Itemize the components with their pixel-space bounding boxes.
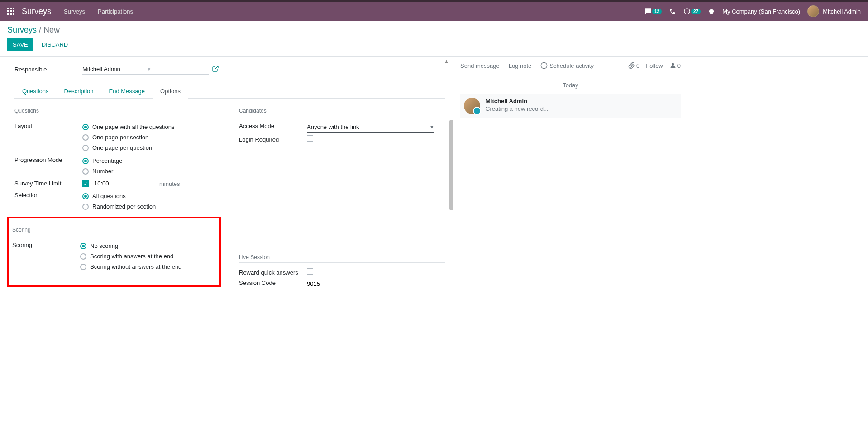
user-menu[interactable]: Mitchell Admin [807,5,861,17]
tab-end-message[interactable]: End Message [101,84,153,99]
time-limit-input[interactable] [92,179,156,188]
paperclip-icon [628,62,635,69]
radio-icon [80,243,86,249]
apps-icon[interactable] [7,8,14,15]
progression-label: Progression Mode [14,156,82,176]
questions-heading: Questions [14,108,221,116]
radio-icon [80,264,86,270]
responsible-row: Responsible Mitchell Admin ▾ [14,64,445,75]
chatter-scrollbar[interactable] [449,120,453,210]
reward-checkbox[interactable] [307,268,313,275]
layout-all[interactable]: One page with all the questions [82,122,221,132]
activities-icon[interactable]: 27 [683,8,701,15]
layout-label: Layout [14,122,82,153]
main-wrapper: ▲ Responsible Mitchell Admin ▾ Questions… [0,57,868,417]
time-limit-checkbox[interactable]: ✓ [82,180,89,187]
reward-value [307,268,445,276]
breadcrumb-current: New [43,25,60,34]
follow-button[interactable]: Follow [646,62,663,69]
log-note-button[interactable]: Log note [509,62,532,69]
app-brand[interactable]: Surveys [22,7,51,16]
send-message-button[interactable]: Send message [460,62,500,69]
options-left-col: Questions Layout One page with all the q… [14,108,221,292]
external-link-icon[interactable] [212,65,219,74]
access-row: Access Mode Anyone with the link ▾ [239,122,445,133]
tab-questions[interactable]: Questions [14,84,57,99]
discard-button[interactable]: DISCARD [37,38,73,51]
layout-row: Layout One page with all the questions O… [14,122,221,153]
access-label: Access Mode [239,122,307,133]
selection-label: Selection [14,191,82,212]
radio-icon [82,145,89,151]
radio-icon [82,134,89,141]
scroll-up-icon[interactable]: ▲ [444,58,449,64]
phone-icon[interactable] [669,8,676,15]
nav-participations[interactable]: Participations [98,8,133,15]
login-value [307,135,445,143]
selection-all[interactable]: All questions [82,191,221,201]
time-limit-value: ✓ minutes [82,179,221,188]
radio-icon [82,124,89,130]
radio-icon [82,168,89,175]
progression-row: Progression Mode Percentage Number [14,156,221,176]
session-label: Session Code [239,279,307,289]
session-row: Session Code [239,279,445,289]
scoring-without[interactable]: Scoring without answers at the end [80,261,216,272]
responsible-input[interactable]: Mitchell Admin ▾ [82,64,209,75]
login-checkbox[interactable] [307,135,313,142]
radio-icon [82,158,89,164]
radio-icon [80,253,86,260]
access-value: Anyone with the link [307,123,359,130]
login-row: Login Required [239,135,445,143]
layout-section[interactable]: One page per section [82,132,221,142]
tab-description[interactable]: Description [57,84,101,99]
access-select[interactable]: Anyone with the link ▾ [307,122,434,133]
scoring-value: No scoring Scoring with answers at the e… [80,241,216,272]
debug-icon[interactable] [708,8,715,15]
layout-question[interactable]: One page per question [82,142,221,153]
message: Mitchell Admin Creating a new record... [460,94,681,118]
message-author: Mitchell Admin [486,98,677,104]
message-avatar [464,98,480,114]
schedule-activity-button[interactable]: Schedule activity [540,62,594,69]
topbar-right: 12 27 My Company (San Francisco) Mitchel… [644,5,861,17]
tabs: Questions Description End Message Option… [14,84,445,99]
form-area: ▲ Responsible Mitchell Admin ▾ Questions… [0,57,453,417]
separator-label: Today [557,82,584,89]
activities-badge: 27 [691,9,701,14]
followers-button[interactable]: 0 [669,62,681,69]
messages-badge: 12 [652,9,662,14]
chatter-actions: Send message Log note Schedule activity … [460,62,681,74]
selection-row: Selection All questions Randomized per s… [14,191,221,212]
progression-number[interactable]: Number [82,166,221,176]
time-limit-row: Survey Time Limit ✓ minutes [14,179,221,188]
candidates-heading: Candidates [239,108,445,116]
save-button[interactable]: SAVE [7,38,33,51]
message-body: Creating a new record... [486,105,677,112]
scoring-heading: Scoring [12,227,216,235]
clock-icon [540,62,548,69]
breadcrumb-parent[interactable]: Surveys [7,25,37,34]
messages-icon[interactable]: 12 [644,8,662,15]
nav-surveys[interactable]: Surveys [64,8,85,15]
tab-options[interactable]: Options [153,84,188,99]
topbar: Surveys Surveys Participations 12 27 My … [0,0,868,21]
scoring-with[interactable]: Scoring with answers at the end [80,251,216,261]
progression-percentage[interactable]: Percentage [82,156,221,166]
user-avatar [807,5,819,17]
options-right-col: Candidates Access Mode Anyone with the l… [239,108,445,292]
company-name[interactable]: My Company (San Francisco) [722,8,800,15]
session-value-wrap [307,279,445,289]
session-input[interactable] [307,279,434,289]
action-buttons: SAVE DISCARD [7,38,861,51]
scoring-none[interactable]: No scoring [80,241,216,251]
progression-value: Percentage Number [82,156,221,176]
time-limit-label: Survey Time Limit [14,179,82,188]
responsible-label: Responsible [14,66,82,73]
chevron-down-icon[interactable]: ▾ [148,66,209,72]
breadcrumb: Surveys / New [7,25,861,35]
radio-icon [82,193,89,199]
attachments-button[interactable]: 0 [628,62,639,69]
selection-value: All questions Randomized per section [82,191,221,212]
selection-random[interactable]: Randomized per section [82,201,221,212]
